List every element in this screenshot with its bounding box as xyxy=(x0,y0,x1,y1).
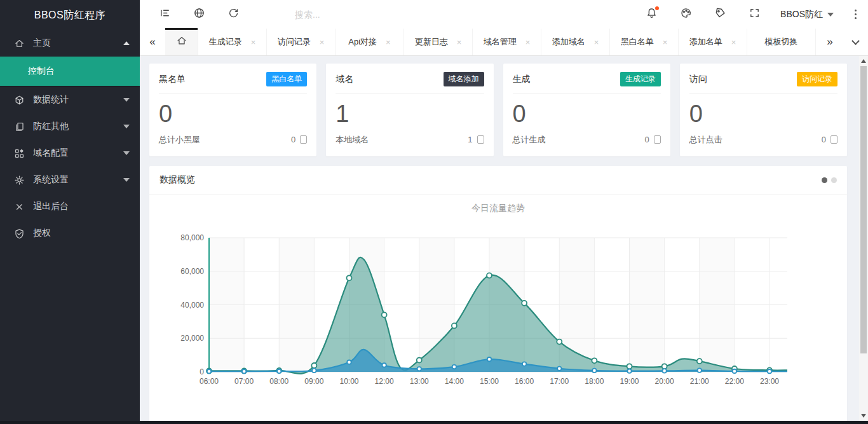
tab-item[interactable]: 模板切换 xyxy=(747,29,816,55)
sidebar-item-shield[interactable]: 授权 xyxy=(0,220,140,247)
stat-card-1: 黑名单黑白名单0总计小黑屋0 xyxy=(149,64,316,156)
tab-item[interactable]: 黑白名单× xyxy=(610,29,679,55)
tab-item[interactable]: 生成记录× xyxy=(198,29,267,55)
caret-down-icon xyxy=(123,98,130,102)
svg-text:22:00: 22:00 xyxy=(725,377,744,386)
fullscreen-button[interactable] xyxy=(737,0,771,29)
panel-title: 数据概览 xyxy=(159,174,195,186)
svg-text:0: 0 xyxy=(200,367,204,376)
more-menu-button[interactable] xyxy=(843,0,868,29)
tab-close-icon[interactable]: × xyxy=(386,38,391,47)
tab-label: 添加域名 xyxy=(552,36,585,48)
traffic-trend-chart: 020,00040,00060,00080,00006:0007:0008:00… xyxy=(165,198,829,389)
tab-close-icon[interactable]: × xyxy=(320,38,325,47)
tab-item[interactable]: 添加名单× xyxy=(679,29,747,55)
tab-item[interactable]: 域名管理× xyxy=(473,29,541,55)
refresh-button[interactable] xyxy=(216,0,250,29)
stat-card-4: 访问访问记录0总计点击0 xyxy=(680,64,847,156)
tab-close-icon[interactable]: × xyxy=(663,38,668,47)
tabs-scroll-left-button[interactable]: « xyxy=(140,29,165,55)
card-foot-value: 1 xyxy=(468,135,472,144)
svg-text:17:00: 17:00 xyxy=(550,377,569,386)
card-foot-label: 总计点击 xyxy=(689,134,722,146)
sidebar-item-home[interactable]: 主页 xyxy=(0,30,140,57)
detail-icon[interactable] xyxy=(831,135,837,144)
svg-text:14:00: 14:00 xyxy=(445,377,464,386)
menu-fold-icon xyxy=(159,7,171,22)
sidebar-item-components[interactable]: 域名配置 xyxy=(0,140,140,167)
chevron-down-icon xyxy=(851,37,860,45)
tab-close-icon[interactable]: × xyxy=(251,38,256,47)
stat-card-2: 域名域名添加1本地域名1 xyxy=(326,64,493,156)
search-input[interactable] xyxy=(295,10,441,20)
card-footer: 总计小黑屋0 xyxy=(159,134,307,146)
account-dropdown[interactable]: BBOS防红 xyxy=(771,0,843,29)
tab-item[interactable]: 更新日志× xyxy=(404,29,473,55)
search-box xyxy=(295,9,441,20)
card-title: 生成 xyxy=(513,74,531,85)
svg-text:10:00: 10:00 xyxy=(339,377,358,386)
sidebar-item-close[interactable]: 退出后台 xyxy=(0,193,140,220)
vertical-scrollbar[interactable] xyxy=(859,56,868,421)
gear-icon xyxy=(14,175,25,186)
tabs-scroll-right-button[interactable]: » xyxy=(817,29,843,55)
sidebar-item-gear[interactable]: 系统设置 xyxy=(0,167,140,193)
theme-button[interactable] xyxy=(668,0,703,29)
tab-home[interactable] xyxy=(165,29,198,55)
caret-down-icon xyxy=(123,178,130,182)
sidebar-item-label: 域名配置 xyxy=(33,147,123,159)
svg-text:19:00: 19:00 xyxy=(620,377,639,386)
notification-dot xyxy=(654,5,660,11)
tab-label: 更新日志 xyxy=(415,36,448,48)
tab-close-icon[interactable]: × xyxy=(526,38,531,47)
sidebar-item-label: 授权 xyxy=(33,228,130,239)
scroll-down-arrow[interactable] xyxy=(859,411,868,420)
sidebar-item-label: 数据统计 xyxy=(33,94,123,106)
card-footer: 总计生成0 xyxy=(513,134,661,146)
app-logo: BBOS防红程序 xyxy=(0,0,140,30)
card-badge[interactable]: 域名添加 xyxy=(444,72,484,86)
sidebar-item-pages[interactable]: 防红其他 xyxy=(0,113,140,140)
carousel-dot-active[interactable] xyxy=(822,177,827,183)
bottom-bar xyxy=(0,421,868,424)
collapse-menu-button[interactable] xyxy=(147,0,182,29)
svg-text:40,000: 40,000 xyxy=(180,301,204,310)
tab-label: 生成记录 xyxy=(209,36,242,48)
svg-text:16:00: 16:00 xyxy=(515,377,534,386)
card-header: 黑名单黑白名单 xyxy=(159,72,307,94)
home-site-button[interactable] xyxy=(182,0,216,29)
tab-item[interactable]: 访问记录× xyxy=(267,29,336,55)
tab-close-icon[interactable]: × xyxy=(731,38,736,47)
svg-text:06:00: 06:00 xyxy=(200,377,219,386)
card-badge[interactable]: 黑白名单 xyxy=(266,72,307,86)
tab-close-icon[interactable]: × xyxy=(594,38,599,47)
scrollbar-thumb[interactable] xyxy=(860,66,867,353)
tabs-strip: 生成记录×访问记录×Api对接×更新日志×域名管理×添加域名×黑白名单×添加名单… xyxy=(198,29,817,55)
tabs-dropdown-button[interactable] xyxy=(843,29,868,55)
sidebar-item-label: 防红其他 xyxy=(33,121,123,132)
notifications-button[interactable] xyxy=(634,0,668,29)
panel-header: 数据概览 xyxy=(149,166,847,195)
sidebar: BBOS防红程序 主页控制台数据统计防红其他域名配置系统设置退出后台授权 xyxy=(0,0,140,424)
scroll-up-arrow[interactable] xyxy=(859,57,868,65)
sidebar-item-cube[interactable]: 数据统计 xyxy=(0,86,140,113)
home-icon xyxy=(176,35,187,49)
sidebar-subitem-console[interactable]: 控制台 xyxy=(0,57,140,86)
card-badge[interactable]: 访问记录 xyxy=(797,72,837,86)
detail-icon[interactable] xyxy=(300,135,307,144)
card-badge[interactable]: 生成记录 xyxy=(620,72,661,86)
detail-icon[interactable] xyxy=(477,135,484,144)
tab-item[interactable]: Api对接× xyxy=(336,29,404,55)
tab-close-icon[interactable]: × xyxy=(457,38,462,47)
pages-icon xyxy=(14,121,25,132)
carousel-dots xyxy=(822,177,837,183)
card-value: 1 xyxy=(336,100,484,128)
tab-label: 黑白名单 xyxy=(621,36,654,48)
tag-button[interactable] xyxy=(703,0,737,29)
carousel-dot[interactable] xyxy=(831,177,837,183)
tab-item[interactable]: 添加域名× xyxy=(541,29,610,55)
shield-icon xyxy=(14,228,25,239)
detail-icon[interactable] xyxy=(654,135,661,144)
chevron-down-icon xyxy=(827,13,834,17)
tab-label: 模板切换 xyxy=(765,36,798,48)
